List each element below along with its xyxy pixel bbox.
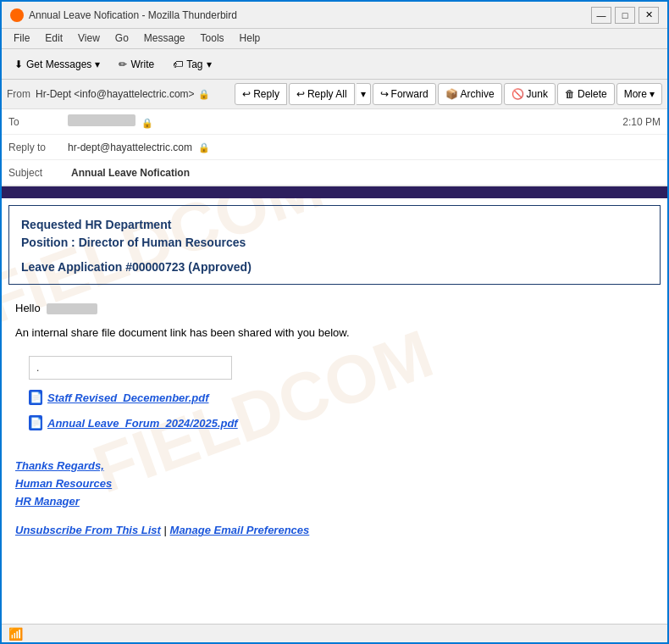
status-bar: 📶 (2, 624, 667, 642)
get-messages-button[interactable]: ⬇ Get Messages ▾ (7, 55, 108, 74)
more-button[interactable]: More ▾ (616, 83, 662, 105)
title-bar-controls: — □ ✕ (591, 7, 659, 24)
toolbar: ⬇ Get Messages ▾ ✏ Write 🏷 Tag ▾ (2, 49, 667, 80)
subject-label: Subject (8, 167, 68, 179)
delete-button[interactable]: 🗑 Delete (557, 83, 615, 105)
close-button[interactable]: ✕ (639, 7, 659, 24)
email-body-text: Hello An internal share file document li… (2, 291, 667, 444)
attachment-item-2[interactable]: Annual Leave_Forum_2024/2025.pdf (15, 412, 654, 434)
minimize-button[interactable]: — (591, 7, 611, 24)
window-title: Annual Leave Nofication - Mozilla Thunde… (29, 9, 237, 21)
email-banner (2, 186, 667, 198)
menu-message[interactable]: Message (137, 31, 192, 47)
more-dropdown-icon: ▾ (650, 88, 655, 100)
title-bar-left: Annual Leave Nofication - Mozilla Thunde… (10, 8, 237, 22)
write-button[interactable]: ✏ Write (111, 55, 162, 74)
from-label: From (7, 88, 30, 100)
sig-line-3: HR Manager (15, 493, 654, 511)
archive-icon: 📦 (445, 88, 458, 100)
menu-tools[interactable]: Tools (194, 31, 231, 47)
pdf-icon-2 (29, 415, 42, 430)
reply-button[interactable]: ↩ Reply (235, 83, 287, 105)
main-window: Annual Leave Nofication - Mozilla Thunde… (0, 0, 669, 644)
reply-all-dropdown[interactable]: ▾ (357, 83, 371, 105)
email-inner: Requested HR Department Position : Direc… (2, 186, 667, 547)
link-input-box[interactable]: . (29, 356, 232, 380)
menu-help[interactable]: Help (233, 31, 268, 47)
title-bar: Annual Leave Nofication - Mozilla Thunde… (2, 2, 667, 29)
reply-to-row: Reply to hr-dept@hayattelectric.com 🔒 (2, 135, 667, 160)
menu-go[interactable]: Go (108, 31, 135, 47)
from-value: Hr-Dept <info@hayattelectric.com> (36, 88, 195, 100)
reply-icon: ↩ (242, 88, 251, 100)
maximize-button[interactable]: □ (615, 7, 635, 24)
reply-to-value: hr-dept@hayattelectric.com 🔒 (68, 142, 661, 153)
body-paragraph: An internal share file document link has… (15, 326, 654, 339)
footer-links: Unsubscribe From This List | Manage Emai… (2, 517, 667, 547)
attachment-link-1[interactable]: Staff Revised_Decemenber.pdf (47, 391, 209, 404)
menu-view[interactable]: View (71, 31, 107, 47)
tag-button[interactable]: 🏷 Tag ▾ (165, 55, 218, 74)
forward-button[interactable]: ↪ Forward (373, 83, 436, 105)
menu-edit[interactable]: Edit (38, 31, 69, 47)
subject-value: Annual Leave Nofication (71, 167, 661, 179)
archive-button[interactable]: 📦 Archive (438, 83, 502, 105)
reply-all-icon: ↩ (296, 88, 305, 100)
security-icon: 🔒 (198, 89, 210, 100)
app-icon (10, 8, 24, 22)
write-icon: ✏ (119, 58, 127, 70)
reply-to-label: Reply to (8, 142, 68, 153)
to-value: 🔒 (68, 114, 622, 129)
email-time: 2:10 PM (622, 116, 661, 128)
reply-to-icon: 🔒 (198, 142, 210, 153)
to-security-icon: 🔒 (141, 118, 153, 128)
menu-file[interactable]: File (7, 31, 36, 47)
sig-line-1: Thanks Regards, (15, 458, 654, 475)
manage-email-link[interactable]: Manage Email Preferences (170, 524, 310, 536)
attachment-item-1[interactable]: Staff Revised_Decemenber.pdf (15, 386, 654, 408)
tag-icon: 🏷 (173, 58, 183, 70)
wifi-icon: 📶 (8, 627, 23, 641)
get-messages-dropdown-icon[interactable]: ▾ (95, 58, 100, 70)
sig-line-2: Human Resources (15, 475, 654, 493)
pdf-icon-1 (29, 390, 42, 405)
email-leave-app: Leave Application #00000723 (Approved) (21, 260, 648, 274)
hello-text: Hello (15, 302, 654, 314)
email-header: From Hr-Dept <info@hayattelectric.com> 🔒… (2, 80, 667, 186)
email-header-line1: Requested HR Department Position : Direc… (21, 216, 648, 252)
junk-button[interactable]: 🚫 Junk (504, 83, 556, 105)
get-messages-icon: ⬇ (14, 58, 23, 70)
reply-all-button[interactable]: ↩ Reply All (289, 83, 355, 105)
from-value-area: Hr-Dept <info@hayattelectric.com> 🔒 (36, 88, 233, 100)
to-label: To (8, 116, 68, 128)
subject-row: Subject Annual Leave Nofication (2, 160, 667, 186)
footer-separator: | (164, 524, 170, 536)
action-buttons-bar: From Hr-Dept <info@hayattelectric.com> 🔒… (2, 80, 667, 109)
email-signature: Thanks Regards, Human Resources HR Manag… (2, 444, 667, 517)
unsubscribe-link[interactable]: Unsubscribe From This List (15, 524, 161, 536)
attachment-link-2[interactable]: Annual Leave_Forum_2024/2025.pdf (47, 417, 238, 430)
menu-bar: File Edit View Go Message Tools Help (2, 29, 667, 49)
email-content-box: Requested HR Department Position : Direc… (8, 205, 661, 285)
junk-icon: 🚫 (511, 88, 524, 100)
email-body-wrapper: FIELDCOM FIELDCOM Requested HR Departmen… (2, 186, 667, 624)
delete-icon: 🗑 (565, 88, 575, 100)
forward-icon: ↪ (380, 88, 389, 100)
tag-dropdown-icon[interactable]: ▾ (207, 58, 212, 70)
to-row: To 🔒 2:10 PM (2, 109, 667, 135)
